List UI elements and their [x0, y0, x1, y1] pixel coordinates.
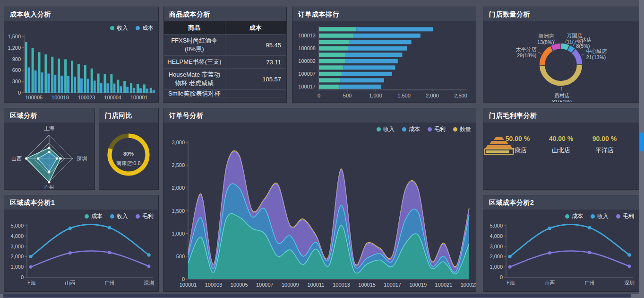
- legend-dot: [616, 214, 620, 219]
- svg-text:1,500: 1,500: [172, 208, 185, 214]
- legend-dot: [402, 127, 406, 131]
- legend-item-收入[interactable]: 收入: [110, 212, 128, 220]
- legend-item-毛利[interactable]: 毛利: [616, 212, 634, 220]
- chart-canvas: 上海深圳广州山西: [4, 123, 94, 189]
- svg-text:0: 0: [500, 274, 503, 280]
- legend-item-成本[interactable]: 成本: [565, 212, 583, 220]
- chart-canvas: 05001,0001,5002,0002,5001000131000081000…: [292, 21, 476, 102]
- svg-text:1,000: 1,000: [369, 93, 382, 98]
- cost-cell: 105.57: [225, 69, 286, 90]
- legend-dot: [136, 214, 140, 219]
- legend-label: 毛利: [434, 125, 446, 133]
- legend-dot: [591, 214, 595, 219]
- store-margin-items: 50.00 %南康店40.00 %山北店90.00 %平洋店: [483, 135, 639, 155]
- svg-text:300: 300: [12, 79, 21, 84]
- cost-cell: 95.45: [225, 35, 286, 56]
- panel-cost-income: 成本收入分析 03006009001,2001,5001000051000181…: [4, 7, 159, 103]
- cost-cell: 73.11: [225, 56, 286, 69]
- svg-text:山西: 山西: [65, 280, 75, 286]
- svg-text:600: 600: [12, 67, 21, 73]
- svg-text:1,500: 1,500: [8, 34, 21, 39]
- store-name: 山北店: [543, 146, 580, 155]
- legend-label: 收入: [383, 125, 395, 133]
- table-total-row: 总计6,868.45: [164, 97, 286, 103]
- product-cost-table: 商品成本FFXS时尚红酒伞(0%黑)95.45HELPME书签(三支)73.11…: [163, 21, 286, 102]
- order-no-area-chart: 05001,0001,5002,0002,5003,00010000110000…: [163, 123, 476, 291]
- legend-item-数量[interactable]: 数量: [453, 125, 471, 133]
- margin-value: 90.00 %: [586, 135, 623, 142]
- donut-slice-中心城店: [571, 49, 583, 64]
- store-margin-pictorial: 50.00 %南康店40.00 %山北店90.00 %平洋店: [483, 135, 639, 202]
- svg-text:100004: 100004: [104, 95, 121, 100]
- svg-text:2,500: 2,500: [172, 162, 185, 168]
- svg-text:广州: 广州: [584, 280, 595, 286]
- panel-store-count: 门店数量分析 万国店11(7%)万达店8(5%)中心城店21(13%)员村店81…: [483, 7, 639, 103]
- svg-text:0: 0: [18, 90, 21, 96]
- legend-label: 毛利: [142, 212, 154, 220]
- chart-canvas: 01,0002,0003,0004,0005,000上海山西广州深圳: [483, 210, 639, 291]
- legend-item-收入[interactable]: 收入: [591, 212, 609, 220]
- chart-canvas: 01,0002,0003,0004,0005,000上海山西广州深圳: [4, 210, 158, 291]
- horizontal-scrollbar-track[interactable]: [0, 294, 639, 298]
- table-header[interactable]: 成本: [225, 21, 286, 35]
- svg-text:0: 0: [182, 276, 185, 282]
- svg-text:100015: 100015: [358, 282, 376, 288]
- svg-text:3,000: 3,000: [489, 244, 503, 249]
- svg-text:0: 0: [21, 274, 24, 280]
- svg-text:0: 0: [318, 93, 320, 98]
- svg-text:500: 500: [176, 254, 185, 259]
- scrollbar-corner: [639, 294, 644, 298]
- legend-dot: [136, 26, 140, 30]
- store-margin-item-平洋店: 90.00 %平洋店: [586, 135, 623, 155]
- horizontal-scrollbar-thumb[interactable]: [3, 294, 631, 298]
- vertical-scrollbar-thumb[interactable]: [640, 132, 644, 151]
- bi-dashboard: 成本收入分析 03006009001,2001,5001000051000181…: [0, 0, 644, 298]
- panel-product-cost: 商品成本分析 商品成本FFXS时尚红酒伞(0%黑)95.45HELPME书签(三…: [163, 7, 287, 103]
- legend-item-收入[interactable]: 收入: [377, 125, 395, 133]
- svg-text:4,000: 4,000: [10, 233, 24, 239]
- svg-text:1,000: 1,000: [172, 231, 185, 237]
- panel-title-store-margin: 门店毛利率分析: [483, 108, 639, 123]
- svg-text:2,000: 2,000: [426, 93, 439, 98]
- legend-dot: [453, 127, 457, 131]
- table-header[interactable]: 商品: [164, 21, 225, 35]
- legend-label: 毛利: [623, 212, 634, 220]
- panel-title-region-cost-1: 区域成本分析1: [4, 195, 158, 210]
- legend-item-成本[interactable]: 成本: [402, 125, 420, 133]
- legend-label: 收入: [117, 24, 128, 32]
- svg-text:3,000: 3,000: [10, 244, 24, 249]
- vertical-scrollbar-track[interactable]: [639, 0, 644, 294]
- chart-canvas: 万国店11(7%)万达店8(5%)中心城店21(13%)员村店81(50%)太平…: [483, 21, 639, 102]
- svg-text:100009: 100009: [282, 282, 299, 288]
- legend-dot: [565, 214, 569, 219]
- chart-canvas: 03006009001,2001,50010000510001810002310…: [4, 21, 158, 102]
- legend-label: 成本: [142, 24, 154, 32]
- svg-text:100003: 100003: [205, 282, 223, 288]
- svg-text:100023: 100023: [78, 95, 95, 100]
- legend-dot: [377, 127, 381, 131]
- svg-text:山西: 山西: [544, 280, 555, 286]
- svg-text:100023: 100023: [461, 282, 476, 288]
- legend-item-毛利[interactable]: 毛利: [428, 125, 446, 133]
- svg-text:100005: 100005: [231, 282, 248, 288]
- chart-legend: 成本收入毛利: [565, 212, 634, 220]
- svg-text:100005: 100005: [25, 95, 43, 100]
- legend-item-成本[interactable]: 成本: [136, 24, 154, 32]
- svg-text:万达店8(5%): 万达店8(5%): [576, 37, 592, 49]
- order-cost-hbar-chart: 05001,0001,5002,0002,5001000131000081000…: [292, 21, 476, 102]
- svg-text:南康店:0.8: 南康店:0.8: [116, 160, 140, 166]
- legend-item-收入[interactable]: 收入: [110, 24, 128, 32]
- svg-text:100019: 100019: [409, 282, 427, 288]
- svg-text:1,200: 1,200: [8, 45, 21, 51]
- svg-text:5,000: 5,000: [489, 223, 503, 228]
- table-row: HELPME书签(三支)73.11: [164, 56, 286, 69]
- legend-item-成本[interactable]: 成本: [85, 212, 103, 220]
- legend-label: 成本: [91, 212, 103, 220]
- legend-item-毛利[interactable]: 毛利: [136, 212, 154, 220]
- panel-region: 区域分析 上海深圳广州山西: [4, 108, 95, 190]
- store-margin-item-山北店: 40.00 %山北店: [543, 135, 580, 155]
- legend-dot: [85, 214, 89, 219]
- svg-text:太平分店29(18%): 太平分店29(18%): [516, 46, 537, 58]
- svg-text:100001: 100001: [180, 282, 197, 288]
- margin-value: 40.00 %: [543, 135, 580, 142]
